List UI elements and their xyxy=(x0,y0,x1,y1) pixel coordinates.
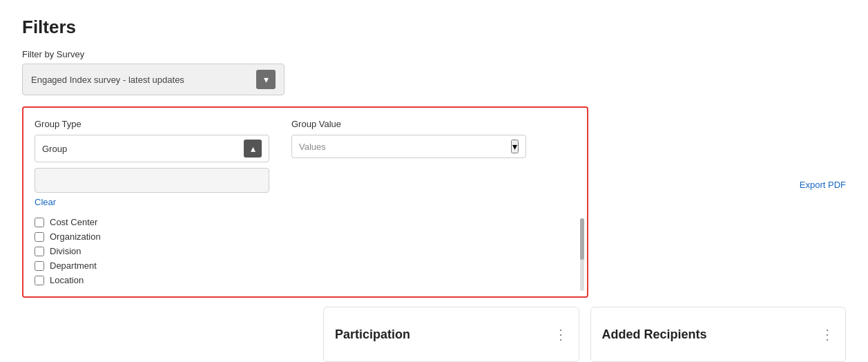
added-recipients-card-menu-icon[interactable] xyxy=(820,327,834,341)
checkbox-3[interactable] xyxy=(35,261,44,271)
export-pdf-link[interactable]: Export PDF xyxy=(800,180,846,190)
survey-dropdown-value: Engaged Index survey - latest updates xyxy=(31,75,184,85)
survey-dropdown[interactable]: Engaged Index survey - latest updates xyxy=(22,64,284,95)
filter-by-survey-label: Filter by Survey xyxy=(22,49,846,59)
checkbox-label: Location xyxy=(50,275,84,285)
filter-panel: Group Type Group Clear Cost CenterOrgani… xyxy=(22,106,588,298)
checkbox-label: Division xyxy=(50,246,81,256)
list-item[interactable]: Organization xyxy=(35,231,269,242)
checkbox-2[interactable] xyxy=(35,247,44,256)
card-spacer xyxy=(22,307,312,362)
checkbox-0[interactable] xyxy=(35,218,44,227)
survey-dropdown-chevron[interactable] xyxy=(256,70,276,89)
list-item[interactable]: Division xyxy=(35,246,269,256)
group-type-dropdown[interactable]: Group xyxy=(35,135,269,162)
group-type-column: Group Type Group Clear Cost CenterOrgani… xyxy=(35,119,269,285)
scrollbar-track[interactable] xyxy=(580,218,584,291)
chevron-down-icon xyxy=(264,74,269,85)
group-type-value: Group xyxy=(42,144,67,154)
group-type-label: Group Type xyxy=(35,119,269,129)
list-item[interactable]: Department xyxy=(35,260,269,271)
checkbox-4[interactable] xyxy=(35,276,44,285)
group-value-label: Group Value xyxy=(291,119,526,129)
scrollbar-thumb xyxy=(580,218,584,260)
group-value-column: Group Value Values xyxy=(291,119,526,285)
added-recipients-card-title: Added Recipients xyxy=(602,327,707,342)
checkbox-1[interactable] xyxy=(35,232,44,242)
checkbox-label: Department xyxy=(50,260,97,271)
group-type-options-list: Cost CenterOrganizationDivisionDepartmen… xyxy=(35,217,269,285)
checkbox-label: Cost Center xyxy=(50,217,97,227)
cards-row: Participation Added Recipients xyxy=(22,307,846,362)
chevron-up-icon xyxy=(251,143,255,154)
group-value-placeholder: Values xyxy=(299,142,326,152)
group-value-dropdown[interactable]: Values xyxy=(291,135,526,158)
clear-link[interactable]: Clear xyxy=(35,197,269,207)
group-type-search-input[interactable] xyxy=(35,168,269,193)
list-item[interactable]: Cost Center xyxy=(35,217,269,227)
participation-card: Participation xyxy=(323,307,579,362)
chevron-down-icon-2 xyxy=(512,142,517,152)
checkbox-label: Organization xyxy=(50,231,101,242)
added-recipients-card: Added Recipients xyxy=(590,307,847,362)
participation-card-title: Participation xyxy=(335,327,410,342)
participation-card-menu-icon[interactable] xyxy=(554,327,568,341)
page-title: Filters xyxy=(22,17,846,38)
group-value-chevron-button[interactable] xyxy=(511,140,519,153)
list-item[interactable]: Location xyxy=(35,275,269,285)
group-type-chevron-button[interactable] xyxy=(244,140,262,158)
